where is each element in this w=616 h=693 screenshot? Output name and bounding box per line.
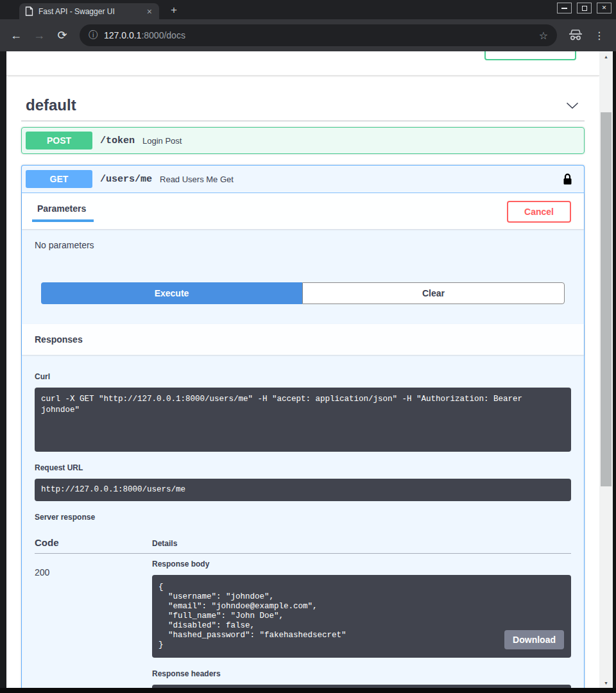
op-path: /token [100,135,135,146]
scrollbar-thumb[interactable] [601,112,612,486]
response-headers-label: Response headers [152,669,571,678]
url-host: 127.0.0.1 [104,30,141,40]
browser-viewport: default POST /token Login Post GET /user… [0,51,616,688]
request-url-block: http://127.0.0.1:8000/users/me [35,479,571,501]
browser-tab-bar: Fast API - Swagger UI × + ✕ [0,0,616,19]
response-body-block: { "username": "johndoe", "email": "johnd… [152,575,571,658]
browser-menu-icon[interactable]: ⋮ [594,30,604,42]
curl-command: curl -X GET "http://127.0.0.1:8000/users… [41,394,565,416]
response-body-label: Response body [152,560,571,569]
window-frame-left [0,51,6,688]
response-row: 200 Response body { "username": "johndoe… [35,553,571,688]
window-close-button[interactable]: ✕ [597,3,612,13]
chevron-down-icon[interactable] [562,102,583,109]
responses-body: Curl curl -X GET "http://127.0.0.1:8000/… [22,355,584,688]
minimize-icon [561,8,567,9]
window-minimize-button[interactable] [557,3,572,13]
lock-icon [563,173,572,185]
address-bar[interactable]: ⓘ 127.0.0.1:8000/docs ☆ [80,24,557,46]
url-path: :8000/docs [141,30,185,40]
reload-button[interactable]: ⟳ [53,28,72,42]
tag-section-header[interactable]: default [21,76,585,121]
cancel-button[interactable]: Cancel [507,201,571,223]
api-operations: default POST /token Login Post GET /user… [6,76,599,688]
code-column-header: Code [35,528,152,554]
opblock-summary[interactable]: GET /users/me Read Users Me Get [22,166,584,193]
forward-button[interactable]: → [30,29,49,42]
response-details-cell: Response body { "username": "johndoe", "… [152,553,571,688]
server-response-label: Server response [35,513,571,522]
opblock-get-users-me: GET /users/me Read Users Me Get Paramete… [21,165,585,688]
responses-header: Responses [22,324,584,355]
scroll-up-icon[interactable]: ▲ [599,51,613,62]
window-frame-right [613,51,616,688]
op-description: Login Post [142,136,182,146]
method-badge-post: POST [26,132,92,150]
new-tab-button[interactable]: + [167,3,181,17]
scrollbar-track[interactable] [599,62,613,678]
swagger-page: default POST /token Login Post GET /user… [6,51,599,688]
op-description: Read Users Me Get [160,175,234,184]
auth-lock-button[interactable] [563,173,572,185]
curl-label: Curl [35,372,571,381]
method-badge-get: GET [26,170,92,188]
site-info-icon[interactable]: ⓘ [89,30,98,41]
back-button[interactable]: ← [6,29,26,42]
request-url-value: http://127.0.0.1:8000/users/me [41,484,565,495]
maximize-icon [582,6,587,11]
parameters-header: Parameters Cancel [22,193,584,229]
tag-title: default [26,96,76,114]
window-controls: ✕ [557,3,612,13]
download-button[interactable]: Download [504,630,564,649]
tab-close-icon[interactable]: × [146,7,153,16]
scroll-down-icon[interactable]: ▼ [599,678,613,688]
tab-parameters[interactable]: Parameters [32,201,94,222]
curl-command-block: curl -X GET "http://127.0.0.1:8000/users… [35,388,571,452]
request-url-label: Request URL [35,463,571,472]
execute-button[interactable]: Execute [41,282,302,304]
details-column-header: Details [152,528,571,554]
url-text: 127.0.0.1:8000/docs [104,30,533,40]
opblock-post-token: POST /token Login Post [21,127,585,154]
browser-tab[interactable]: Fast API - Swagger UI × [19,3,159,19]
no-parameters-text: No parameters [22,229,584,250]
page-scrollbar[interactable]: ▲ ▼ [599,51,613,688]
authorize-button[interactable] [484,51,576,60]
op-path: /users/me [100,174,152,185]
response-body-json: { "username": "johndoe", "email": "johnd… [158,583,565,650]
page-favicon-icon [25,6,33,16]
execute-wrapper: Execute Clear [41,282,565,304]
browser-toolbar: ← → ⟳ ⓘ 127.0.0.1:8000/docs ☆ ⋮ [0,19,616,51]
server-response-table: Code Details 200 Response body { "us [35,528,571,688]
clear-button[interactable]: Clear [302,282,565,304]
scheme-container [6,51,599,76]
tab-title: Fast API - Swagger UI [38,7,141,16]
window-maximize-button[interactable] [577,3,592,13]
incognito-icon [569,30,583,41]
response-status-code: 200 [35,553,152,688]
opblock-summary[interactable]: POST /token Login Post [22,128,584,153]
bookmark-star-icon[interactable]: ☆ [539,30,548,42]
response-headers-block: content-length: 129 content-type: applic… [152,685,571,688]
